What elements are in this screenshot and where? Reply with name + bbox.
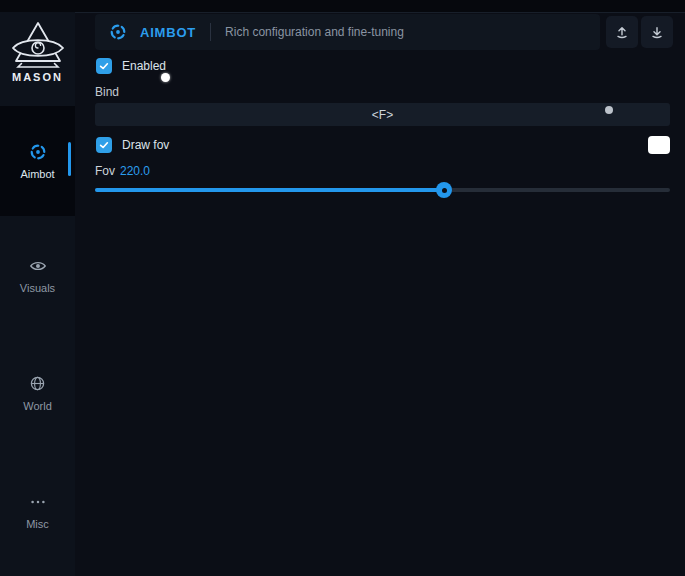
enabled-checkbox-row[interactable]: Enabled <box>96 58 166 74</box>
mason-pyramid-eye-icon <box>9 20 67 68</box>
sidebar-item-label: World <box>23 400 52 412</box>
check-icon <box>98 60 110 72</box>
sidebar: MASON Aimbot Visuals <box>0 12 75 576</box>
window-top-strip <box>0 0 685 13</box>
sidebar-item-label: Visuals <box>20 282 55 294</box>
ellipsis-icon <box>29 493 47 511</box>
enabled-checkbox[interactable] <box>96 58 112 74</box>
bind-input[interactable]: <F> <box>95 103 670 126</box>
upload-config-button[interactable] <box>606 16 638 48</box>
download-icon <box>649 24 665 40</box>
logo-text: MASON <box>0 71 75 83</box>
draw-fov-checkbox[interactable] <box>96 137 112 153</box>
upload-icon <box>614 24 630 40</box>
download-config-button[interactable] <box>641 16 673 48</box>
sidebar-item-aimbot[interactable]: Aimbot <box>0 106 75 216</box>
header-divider <box>210 23 211 41</box>
enabled-label: Enabled <box>122 59 166 73</box>
sidebar-item-world[interactable]: World <box>0 358 75 428</box>
globe-icon <box>29 375 47 393</box>
check-icon <box>98 139 110 151</box>
crosshair-icon <box>109 23 127 41</box>
bind-value: <F> <box>372 108 393 122</box>
fov-label: Fov <box>95 164 115 178</box>
section-header: AIMBOT Rich configuration and fine-tunin… <box>95 14 600 50</box>
sidebar-item-visuals[interactable]: Visuals <box>0 240 75 310</box>
active-accent-bar <box>68 142 71 176</box>
section-title: AIMBOT <box>140 25 196 40</box>
bind-label: Bind <box>95 85 119 99</box>
fov-slider[interactable] <box>95 188 670 192</box>
fov-slider-handle[interactable] <box>436 182 452 198</box>
section-subtitle: Rich configuration and fine-tuning <box>225 25 404 39</box>
fov-label-row: Fov220.0 <box>95 164 150 178</box>
draw-fov-label: Draw fov <box>122 138 169 152</box>
cursor-dot <box>161 73 170 82</box>
fov-color-swatch[interactable] <box>648 136 670 154</box>
fov-slider-fill <box>95 188 444 192</box>
logo: MASON <box>0 20 75 83</box>
mason-cheat-menu: MASON Aimbot Visuals <box>0 0 685 576</box>
sidebar-item-misc[interactable]: Misc <box>0 476 75 546</box>
sidebar-item-label: Misc <box>26 518 49 530</box>
cursor-trail-dot <box>605 106 613 114</box>
eye-icon <box>29 257 47 275</box>
draw-fov-checkbox-row[interactable]: Draw fov <box>96 137 169 153</box>
crosshair-icon <box>29 143 47 161</box>
sidebar-item-label: Aimbot <box>20 168 54 180</box>
fov-value: 220.0 <box>120 164 150 178</box>
